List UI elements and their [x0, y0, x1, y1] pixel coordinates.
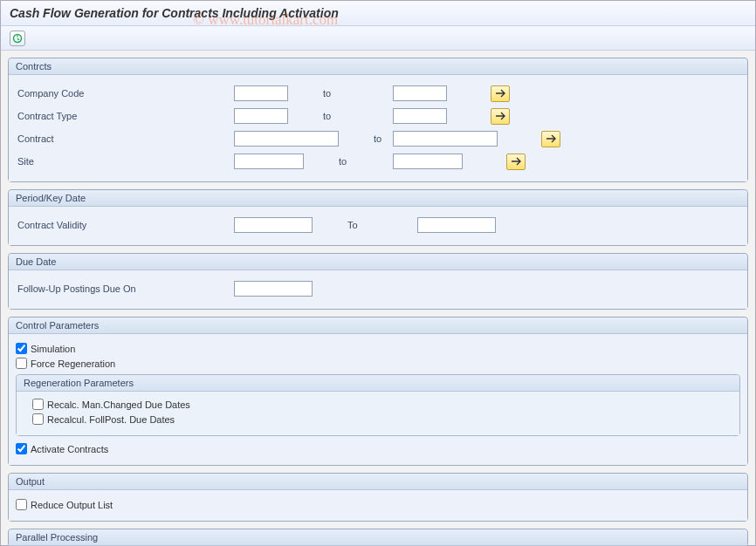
group-header-regen-params: Regeneration Parameters	[17, 375, 739, 392]
row-activate-contracts: Activate Contracts	[16, 443, 740, 454]
reduce-output-checkbox[interactable]	[16, 499, 27, 510]
group-regeneration-parameters: Regeneration Parameters Recalc. Man.Chan…	[16, 374, 740, 436]
row-followup-due: Follow-Up Postings Due On	[16, 279, 740, 298]
label-activate-contracts: Activate Contracts	[31, 444, 108, 454]
row-contract-validity: Contract Validity To	[16, 215, 740, 235]
group-control-parameters: Control Parameters Simulation Force Rege…	[8, 317, 748, 466]
label-reduce-output: Reduce Output List	[31, 500, 113, 510]
label-contract: Contract	[16, 133, 234, 144]
label-recalc-foll: Recalcul. FollPost. Due Dates	[47, 414, 175, 425]
contract-type-from-input[interactable]	[234, 108, 288, 124]
row-contract-type: Contract Type to	[16, 106, 740, 126]
app-window: Cash Flow Generation for Contracts Inclu…	[0, 0, 756, 546]
group-header-contracts: Contrcts	[9, 58, 747, 75]
row-company-code: Company Code to	[16, 84, 740, 103]
row-force-regeneration: Force Regeneration	[16, 358, 740, 369]
contract-from-input[interactable]	[234, 131, 339, 147]
group-period: Period/Key Date Contract Validity To	[8, 189, 748, 246]
label-contract-type: Contract Type	[16, 111, 234, 121]
followup-due-input[interactable]	[234, 281, 313, 297]
company-code-to-input[interactable]	[393, 85, 447, 101]
activate-contracts-checkbox[interactable]	[16, 443, 27, 454]
label-to: to	[288, 111, 393, 121]
label-company-code: Company Code	[16, 88, 234, 99]
company-code-from-input[interactable]	[234, 85, 288, 101]
label-to: To	[313, 220, 417, 230]
group-header-period: Period/Key Date	[9, 190, 747, 207]
label-to: to	[288, 88, 393, 99]
content-area: Contrcts Company Code to Contract Type t…	[1, 51, 755, 546]
simulation-checkbox[interactable]	[16, 343, 27, 354]
page-title: Cash Flow Generation for Contracts Inclu…	[1, 1, 755, 26]
label-force-regeneration: Force Regeneration	[31, 358, 115, 369]
multiple-selection-button[interactable]	[491, 85, 510, 102]
group-output: Output Reduce Output List	[8, 473, 748, 522]
row-recalc-man: Recalc. Man.Changed Due Dates	[32, 399, 732, 410]
row-simulation: Simulation	[16, 343, 740, 354]
label-simulation: Simulation	[31, 344, 75, 354]
validity-to-input[interactable]	[417, 217, 496, 233]
group-parallel-processing: Parallel Processing	[8, 529, 748, 546]
group-header-due-date: Due Date	[9, 254, 747, 270]
group-due-date: Due Date Follow-Up Postings Due On	[8, 253, 748, 310]
label-to: to	[339, 133, 393, 144]
site-to-input[interactable]	[393, 154, 463, 169]
label-contract-validity: Contract Validity	[16, 220, 234, 230]
validity-from-input[interactable]	[234, 217, 313, 233]
label-site: Site	[16, 156, 234, 167]
force-regeneration-checkbox[interactable]	[16, 358, 27, 369]
group-header-output: Output	[9, 474, 747, 490]
group-contracts: Contrcts Company Code to Contract Type t…	[8, 58, 748, 182]
label-to: to	[304, 156, 393, 167]
label-recalc-man: Recalc. Man.Changed Due Dates	[47, 399, 190, 410]
multiple-selection-button[interactable]	[491, 108, 510, 125]
site-from-input[interactable]	[234, 154, 304, 169]
multiple-selection-button[interactable]	[506, 154, 526, 170]
recalc-man-checkbox[interactable]	[32, 399, 44, 410]
row-site: Site to	[16, 152, 740, 171]
contract-type-to-input[interactable]	[393, 108, 447, 124]
toolbar	[1, 26, 755, 51]
contract-to-input[interactable]	[393, 131, 498, 147]
row-contract: Contract to	[16, 129, 740, 148]
execute-icon[interactable]	[10, 31, 25, 46]
row-recalc-foll: Recalcul. FollPost. Due Dates	[32, 413, 732, 425]
row-reduce-output: Reduce Output List	[16, 499, 740, 510]
label-followup-due: Follow-Up Postings Due On	[16, 283, 234, 294]
recalc-foll-checkbox[interactable]	[32, 413, 44, 425]
group-header-control: Control Parameters	[9, 317, 747, 334]
group-header-parallel: Parallel Processing	[9, 529, 747, 546]
multiple-selection-button[interactable]	[541, 131, 560, 147]
